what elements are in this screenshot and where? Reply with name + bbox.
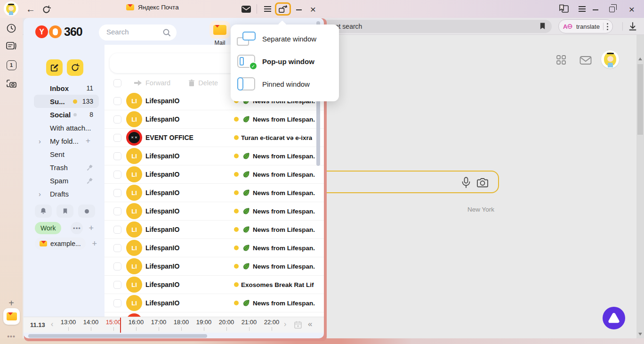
history-button[interactable]	[6, 23, 17, 34]
refresh-button[interactable]	[40, 4, 52, 15]
folder-item[interactable]: Trash	[34, 161, 99, 174]
feed-button[interactable]	[6, 41, 17, 52]
message-row[interactable]: LI LifespanIO News from Lifespan.	[105, 294, 324, 312]
select-all-checkbox[interactable]	[113, 79, 121, 87]
chevron-right-icon[interactable]: ›	[39, 137, 41, 145]
timeline-hours[interactable]: 13:0014:0015:0016:0017:0018:0019:0020:00…	[57, 319, 280, 333]
folder-item[interactable]: Social 8	[34, 108, 99, 121]
tag-work[interactable]: Work	[35, 222, 61, 234]
weather-location[interactable]: New York	[424, 206, 494, 213]
browser-minimize-button[interactable]	[591, 8, 600, 12]
profile-avatar[interactable]	[601, 50, 619, 68]
window-menu-button[interactable]	[263, 5, 272, 13]
bookmark-flag-icon[interactable]	[539, 22, 546, 32]
message-row[interactable]: LI LifespanIO News from Lifespan.	[105, 202, 324, 221]
translate-options-button[interactable]	[607, 23, 608, 30]
account-pill[interactable]: example...	[35, 238, 86, 250]
yandex-360-logo[interactable]: Y 360	[35, 25, 82, 39]
tabs-button[interactable]: 1	[6, 59, 17, 71]
folder-item[interactable]: Sent	[34, 147, 99, 161]
message-checkbox[interactable]	[113, 115, 121, 123]
timeline-collapse-button[interactable]: «	[308, 319, 312, 329]
add-folder-icon[interactable]: +	[86, 136, 90, 146]
message-checkbox[interactable]	[113, 244, 121, 252]
alice-assistant-button[interactable]	[603, 307, 625, 329]
menu-item-popup-window[interactable]: ✓ Pop-up window	[231, 50, 339, 73]
folder-item[interactable]: Spam	[34, 174, 99, 187]
scroll-down-arrow[interactable]	[638, 333, 642, 336]
message-row[interactable]: LI LifespanIO Exosomes Break Rat Lif	[105, 276, 324, 294]
folder-item[interactable]: › My fold... +	[34, 134, 99, 147]
message-row[interactable]: LI LifespanIO News from Lifespan.	[105, 221, 324, 239]
mail-check-button[interactable]	[580, 56, 592, 67]
folder-item[interactable]: Inbox 11	[34, 82, 99, 95]
translate-button[interactable]: A translate	[558, 19, 613, 33]
window-mode-button[interactable]	[275, 2, 291, 16]
message-checkbox[interactable]	[113, 134, 121, 142]
mail-app-shortcut[interactable]	[3, 308, 20, 325]
message-checkbox[interactable]	[113, 97, 121, 105]
screenshot-button[interactable]	[6, 78, 17, 90]
scroll-up-arrow[interactable]	[638, 57, 642, 60]
folder-item[interactable]: Su... 133	[34, 95, 99, 108]
mail-search-input[interactable]	[106, 28, 161, 36]
clear-folder-icon[interactable]	[86, 177, 93, 184]
mail-app-tab[interactable]	[209, 21, 230, 39]
message-checkbox[interactable]	[113, 171, 121, 179]
message-checkbox[interactable]	[113, 189, 121, 197]
add-panel-button[interactable]: +	[6, 298, 16, 308]
back-button[interactable]: ←	[24, 3, 37, 15]
message-row[interactable]: LI LifespanIO News from Lifespan.	[105, 184, 324, 202]
compose-button[interactable]	[46, 59, 63, 76]
bookmarks-button[interactable]	[557, 4, 570, 14]
voice-search-button[interactable]	[461, 177, 471, 191]
message-row[interactable]: LI LifespanIO News from Lifespan.	[105, 239, 324, 257]
folder-item[interactable]: › Drafts	[34, 187, 99, 200]
image-search-button[interactable]	[476, 177, 489, 190]
message-row[interactable]: LI LifespanIO News from Lifespan.	[105, 257, 324, 276]
horizontal-scrollbar-thumb[interactable]	[28, 334, 207, 338]
chevron-right-icon[interactable]: ›	[39, 190, 41, 198]
message-checkbox[interactable]	[113, 226, 121, 234]
timeline-prev-button[interactable]: ‹	[51, 320, 53, 328]
message-checkbox[interactable]	[113, 207, 121, 215]
check-mail-button[interactable]	[67, 59, 83, 76]
mail-search-field[interactable]	[99, 25, 177, 41]
unread-filter[interactable]	[78, 205, 95, 218]
delete-button[interactable]: Delete	[188, 79, 218, 87]
apps-grid-button[interactable]	[556, 55, 566, 67]
bookmarked-filter[interactable]	[56, 205, 73, 218]
folder-item[interactable]: With attach...	[34, 121, 99, 134]
browser-close-button[interactable]: ×	[627, 3, 636, 15]
browser-restore-button[interactable]	[607, 5, 617, 14]
menu-item-pinned-window[interactable]: Pinned window	[231, 73, 339, 95]
scrollbar-thumb[interactable]	[637, 64, 643, 135]
alice-avatar[interactable]	[4, 1, 18, 16]
page-scrollbar[interactable]	[636, 35, 644, 338]
message-row[interactable]: EVENT OFFICE Turan e-ticarət və e-ixra	[105, 129, 324, 147]
add-tag-button[interactable]: +	[89, 223, 94, 233]
notifications-filter[interactable]	[35, 205, 52, 218]
new-mail-button[interactable]	[241, 5, 252, 13]
tags-more-button[interactable]: •••	[71, 222, 83, 234]
message-row[interactable]: LI LifespanIO News from Lifespan.	[105, 165, 324, 184]
timeline-calendar-button[interactable]	[294, 320, 302, 331]
menu-item-separate-window[interactable]: Separate window	[231, 27, 339, 50]
message-row[interactable]	[105, 312, 324, 317]
message-row[interactable]: LI LifespanIO News from Lifespan.	[105, 147, 324, 165]
message-row[interactable]: LI LifespanIO News from Lifespan.	[105, 110, 324, 129]
message-checkbox[interactable]	[113, 299, 121, 307]
browser-menu-button[interactable]	[577, 5, 587, 13]
timeline-next-button[interactable]: ›	[284, 320, 286, 328]
clear-folder-icon[interactable]	[86, 164, 93, 171]
message-checkbox[interactable]	[113, 152, 121, 160]
message-subject: News from Lifespan.	[253, 226, 315, 233]
yandex-mail-logo-icon	[126, 4, 134, 10]
downloads-button[interactable]	[628, 22, 637, 33]
message-checkbox[interactable]	[113, 262, 121, 270]
window-minimize-button[interactable]	[295, 8, 303, 12]
forward-button[interactable]: Forward	[134, 79, 170, 87]
message-checkbox[interactable]	[113, 281, 121, 289]
add-account-button[interactable]: +	[92, 239, 97, 249]
window-close-button[interactable]: ×	[308, 3, 318, 15]
